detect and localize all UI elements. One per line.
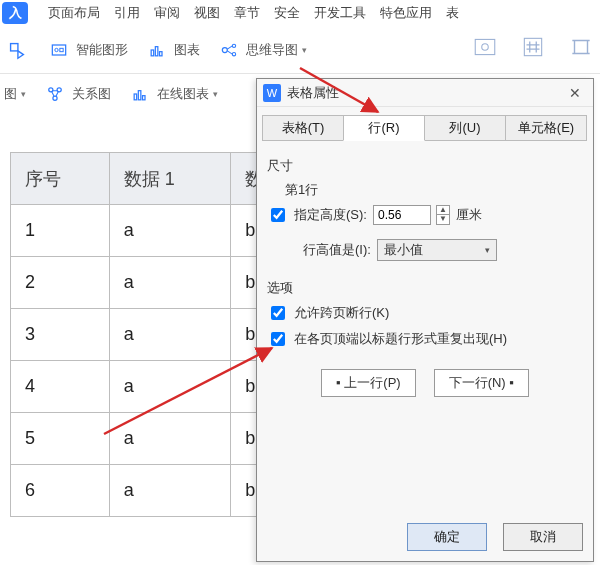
hash-icon[interactable] (520, 34, 546, 60)
toolbar-label: 关系图 (72, 85, 111, 103)
close-icon[interactable]: ✕ (563, 83, 587, 103)
cancel-button[interactable]: 取消 (503, 523, 583, 551)
allow-break-label: 允许跨页断行(K) (294, 304, 389, 322)
first-row-label: 第1行 (285, 181, 583, 199)
table-header[interactable]: 序号 (11, 153, 110, 205)
svg-rect-0 (11, 43, 18, 50)
dialog-title-icon: W (263, 84, 281, 102)
relation-icon (42, 81, 68, 107)
ribbon-tab[interactable]: 视图 (194, 4, 220, 22)
ribbon-tab[interactable]: 审阅 (154, 4, 180, 22)
svg-rect-5 (155, 46, 158, 55)
ribbon-tabs: 入 页面布局 引用 审阅 视图 章节 安全 开发工具 特色应用 表 (0, 0, 600, 26)
dialog-footer: 确定 取消 (407, 523, 583, 551)
toolbar-label: 图表 (174, 41, 200, 59)
ribbon-tab[interactable]: 页面布局 (48, 4, 100, 22)
toolbar-item-mindmap[interactable]: 思维导图 ▾ (216, 37, 307, 63)
svg-point-13 (49, 88, 53, 92)
svg-rect-12 (524, 38, 541, 55)
ribbon-tab[interactable]: 章节 (234, 4, 260, 22)
ribbon-tab[interactable]: 特色应用 (380, 4, 432, 22)
svg-rect-6 (160, 51, 163, 55)
svg-point-7 (222, 47, 227, 52)
row-height-is-label: 行高值是(I): (303, 241, 371, 259)
svg-rect-18 (143, 96, 146, 100)
toolbar-item[interactable]: 图 ▾ (4, 85, 26, 103)
svg-rect-3 (60, 48, 63, 51)
ribbon-tab[interactable]: 引用 (114, 4, 140, 22)
toolbar-placeholder-icons (472, 34, 594, 60)
ribbon-tab[interactable]: 安全 (274, 4, 300, 22)
chevron-down-icon: ▾ (213, 89, 218, 99)
svg-rect-10 (475, 39, 495, 54)
toolbar-item-smart-graphic[interactable]: 智能图形 (46, 37, 128, 63)
size-group-title: 尺寸 (267, 157, 583, 175)
ok-button[interactable]: 确定 (407, 523, 487, 551)
tab-table[interactable]: 表格(T) (262, 115, 344, 141)
svg-point-8 (232, 44, 235, 47)
svg-point-11 (482, 44, 489, 51)
toolbar-item-online-chart[interactable]: 在线图表 ▾ (127, 81, 218, 107)
ribbon-tab[interactable]: 表 (446, 4, 459, 22)
table-header[interactable]: 数据 1 (109, 153, 231, 205)
toolbar-item-chart[interactable]: 图表 (144, 37, 200, 63)
toolbar-item[interactable] (4, 37, 30, 63)
chevron-down-icon: ▾ (302, 45, 307, 55)
specify-height-label: 指定高度(S): (294, 206, 367, 224)
svg-rect-16 (134, 94, 137, 100)
toolbar-label: 思维导图 (246, 41, 298, 59)
toolbar-label: 智能图形 (76, 41, 128, 59)
svg-rect-17 (138, 91, 141, 100)
svg-point-14 (57, 88, 61, 92)
options-group-title: 选项 (267, 279, 583, 297)
height-unit-label: 厘米 (456, 206, 482, 224)
placeholder-icon[interactable] (472, 34, 498, 60)
row-height-select[interactable]: 最小值 ▾ (377, 239, 497, 261)
tab-column[interactable]: 列(U) (424, 115, 506, 141)
online-chart-icon (127, 81, 153, 107)
mindmap-icon (216, 37, 242, 63)
next-row-button[interactable]: 下一行(N) ▪ (434, 369, 529, 397)
svg-rect-4 (151, 50, 154, 56)
svg-point-15 (53, 96, 57, 100)
smart-graphic-icon (46, 37, 72, 63)
ribbon-tab[interactable]: 开发工具 (314, 4, 366, 22)
height-input[interactable] (373, 205, 431, 225)
toolbar-label: 图 (4, 85, 17, 103)
repeat-header-label: 在各页顶端以标题行形式重复出现(H) (294, 330, 507, 348)
toolbar-item-relation[interactable]: 关系图 (42, 81, 111, 107)
tab-cell[interactable]: 单元格(E) (505, 115, 587, 141)
height-spinner[interactable]: ▲▼ (436, 205, 450, 225)
chart-icon (144, 37, 170, 63)
chevron-down-icon: ▾ (21, 89, 26, 99)
select-value: 最小值 (384, 241, 423, 259)
app-icon[interactable]: 入 (2, 2, 28, 24)
toolbar-label: 在线图表 (157, 85, 209, 103)
header-footer-icon[interactable] (568, 34, 594, 60)
dialog-tabs: 表格(T) 行(R) 列(U) 单元格(E) (257, 107, 593, 141)
chevron-down-icon: ▾ (485, 245, 490, 255)
svg-point-9 (232, 52, 235, 55)
svg-point-2 (55, 48, 58, 51)
repeat-header-checkbox[interactable] (271, 332, 285, 346)
dialog-titlebar: W 表格属性 ✕ (257, 79, 593, 107)
prev-row-button[interactable]: ▪ 上一行(P) (321, 369, 416, 397)
tab-row[interactable]: 行(R) (343, 115, 425, 141)
dialog-title: 表格属性 (287, 84, 339, 102)
dialog-body: 尺寸 第1行 指定高度(S): ▲▼ 厘米 行高值是(I): 最小值 ▾ 选项 … (257, 141, 593, 409)
allow-break-checkbox[interactable] (271, 306, 285, 320)
specify-height-checkbox[interactable] (271, 208, 285, 222)
table-properties-dialog: W 表格属性 ✕ 表格(T) 行(R) 列(U) 单元格(E) 尺寸 第1行 指… (256, 78, 594, 562)
shapes-icon (4, 37, 30, 63)
